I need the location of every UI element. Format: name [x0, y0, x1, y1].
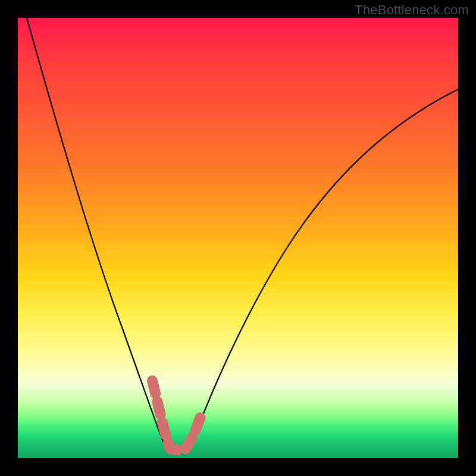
minimum-marker: [152, 381, 201, 450]
chart-plot-area: [18, 18, 458, 458]
chart-svg: [18, 18, 458, 458]
watermark-text: TheBottleneck.com: [355, 2, 469, 18]
bottleneck-curve: [27, 18, 458, 453]
chart-frame: TheBottleneck.com: [0, 0, 476, 476]
